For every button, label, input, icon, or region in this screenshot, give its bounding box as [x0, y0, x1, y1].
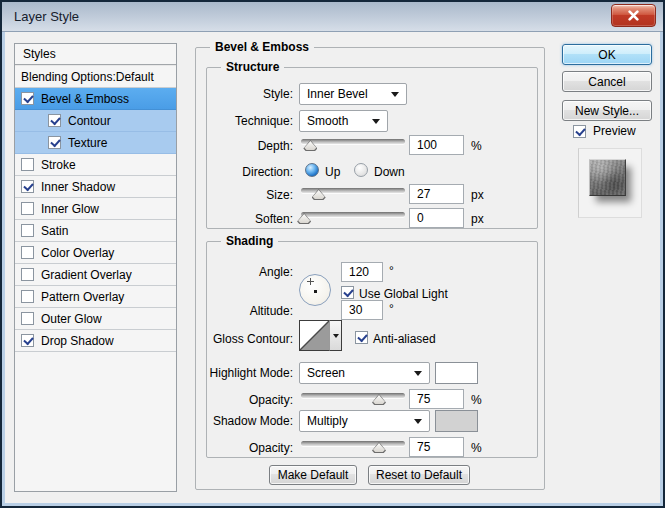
size-slider[interactable]: [301, 186, 405, 201]
highlight-opacity-label: Opacity:: [249, 393, 293, 407]
size-label: Size:: [266, 188, 293, 202]
shadow-mode-value: Multiply: [307, 414, 348, 428]
direction-up-label[interactable]: Up: [325, 165, 340, 179]
preview-label[interactable]: Preview: [593, 124, 636, 138]
slider-thumb[interactable]: [312, 189, 326, 200]
use-global-light-label[interactable]: Use Global Light: [359, 287, 448, 301]
anti-aliased-label[interactable]: Anti-aliased: [373, 332, 436, 346]
angle-dial[interactable]: [299, 274, 331, 306]
sidebar-item-pattern-overlay[interactable]: Pattern Overlay: [15, 286, 176, 308]
style-enable-checkbox[interactable]: [21, 290, 34, 303]
style-enable-checkbox[interactable]: [21, 224, 34, 237]
slider-track[interactable]: [301, 393, 405, 398]
cancel-button[interactable]: Cancel: [562, 71, 652, 92]
sidebar-item-texture[interactable]: Texture: [15, 132, 176, 154]
window-title: Layer Style: [14, 2, 79, 32]
highlight-color-swatch[interactable]: [435, 362, 478, 384]
structure-group: Structure Style: Inner Bevel Technique: …: [206, 67, 538, 229]
shadow-color-swatch[interactable]: [435, 410, 478, 432]
structure-title: Structure: [221, 60, 284, 74]
chevron-down-icon: [372, 119, 380, 124]
title-bar[interactable]: Layer Style: [2, 2, 663, 32]
sidebar-item-label: Inner Glow: [41, 202, 99, 216]
highlight-opacity-input[interactable]: [409, 389, 464, 409]
size-input[interactable]: [409, 184, 464, 204]
altitude-input[interactable]: [341, 300, 383, 320]
sidebar-item-contour[interactable]: Contour: [15, 110, 176, 132]
slider-track[interactable]: [301, 212, 405, 217]
sidebar-header-styles[interactable]: Styles: [15, 44, 176, 65]
depth-slider[interactable]: [301, 137, 405, 152]
style-enable-checkbox[interactable]: [21, 180, 34, 193]
style-enable-checkbox[interactable]: [48, 136, 61, 149]
style-enable-checkbox[interactable]: [21, 246, 34, 259]
new-style-button[interactable]: New Style...: [562, 100, 652, 121]
sidebar-item-label: Texture: [68, 136, 107, 150]
styles-sidebar: Styles Blending Options:DefaultBevel & E…: [14, 43, 177, 492]
sidebar-item-label: Color Overlay: [41, 246, 114, 260]
sidebar-item-stroke[interactable]: Stroke: [15, 154, 176, 176]
highlight-opacity-slider[interactable]: [301, 391, 405, 406]
sidebar-item-outer-glow[interactable]: Outer Glow: [15, 308, 176, 330]
dialog-body: Styles Blending Options:DefaultBevel & E…: [5, 32, 660, 503]
preview-panel: [578, 148, 642, 218]
sidebar-item-label: Blending Options:Default: [21, 70, 154, 84]
sidebar-item-gradient-overlay[interactable]: Gradient Overlay: [15, 264, 176, 286]
technique-label: Technique:: [235, 114, 293, 128]
style-enable-checkbox[interactable]: [21, 312, 34, 325]
sidebar-item-label: Contour: [68, 114, 111, 128]
slider-thumb[interactable]: [372, 442, 386, 453]
sidebar-item-label: Satin: [41, 224, 68, 238]
gloss-contour-thumbnail[interactable]: [299, 320, 330, 351]
direction-up-radio[interactable]: [305, 163, 319, 177]
slider-track[interactable]: [301, 441, 405, 446]
altitude-label: Altitude:: [250, 304, 293, 318]
angle-label: Angle:: [259, 265, 293, 279]
chevron-down-icon: [414, 419, 422, 424]
use-global-light-checkbox[interactable]: [341, 286, 354, 299]
shadow-opacity-input[interactable]: [409, 437, 464, 457]
preview-checkbox[interactable]: [573, 125, 586, 138]
angle-input[interactable]: [341, 262, 383, 282]
sidebar-item-bevel-emboss[interactable]: Bevel & Emboss: [15, 88, 176, 110]
style-enable-checkbox[interactable]: [48, 114, 61, 127]
preview-toggle: Preview: [573, 124, 636, 138]
close-button[interactable]: [611, 4, 656, 27]
anti-aliased-checkbox[interactable]: [355, 331, 368, 344]
style-enable-checkbox[interactable]: [21, 202, 34, 215]
style-dropdown[interactable]: Inner Bevel: [299, 83, 407, 105]
soften-slider[interactable]: [301, 210, 405, 225]
ok-button[interactable]: OK: [562, 44, 652, 65]
sidebar-item-blending-options-default[interactable]: Blending Options:Default: [15, 66, 176, 88]
style-enable-checkbox[interactable]: [21, 334, 34, 347]
highlight-mode-dropdown[interactable]: Screen: [299, 362, 430, 384]
layer-style-dialog: Layer Style Styles Blending Options:Defa…: [0, 0, 665, 508]
technique-dropdown[interactable]: Smooth: [299, 110, 388, 132]
slider-thumb[interactable]: [372, 394, 386, 405]
style-enable-checkbox[interactable]: [21, 158, 34, 171]
make-default-button[interactable]: Make Default: [269, 465, 357, 485]
reset-to-default-button[interactable]: Reset to Default: [368, 465, 470, 485]
shadow-opacity-slider[interactable]: [301, 439, 405, 454]
sidebar-item-inner-shadow[interactable]: Inner Shadow: [15, 176, 176, 198]
style-enable-checkbox[interactable]: [21, 268, 34, 281]
slider-thumb[interactable]: [297, 213, 311, 224]
contour-curve-icon: [300, 321, 329, 350]
soften-input[interactable]: [409, 208, 464, 228]
gloss-contour-dropdown[interactable]: [329, 320, 342, 351]
direction-down-radio[interactable]: [354, 163, 368, 177]
slider-thumb[interactable]: [303, 140, 317, 151]
sidebar-item-inner-glow[interactable]: Inner Glow: [15, 198, 176, 220]
style-enable-checkbox[interactable]: [21, 92, 34, 105]
depth-unit: %: [471, 139, 482, 153]
sidebar-item-color-overlay[interactable]: Color Overlay: [15, 242, 176, 264]
sidebar-item-satin[interactable]: Satin: [15, 220, 176, 242]
direction-down-label[interactable]: Down: [374, 165, 405, 179]
shadow-mode-label: Shadow Mode:: [213, 414, 293, 428]
gloss-contour-label: Gloss Contour:: [213, 332, 293, 346]
depth-label: Depth:: [258, 139, 293, 153]
depth-input[interactable]: [409, 135, 464, 155]
sidebar-item-drop-shadow[interactable]: Drop Shadow: [15, 330, 176, 352]
sidebar-item-label: Gradient Overlay: [41, 268, 132, 282]
shadow-mode-dropdown[interactable]: Multiply: [299, 410, 430, 432]
